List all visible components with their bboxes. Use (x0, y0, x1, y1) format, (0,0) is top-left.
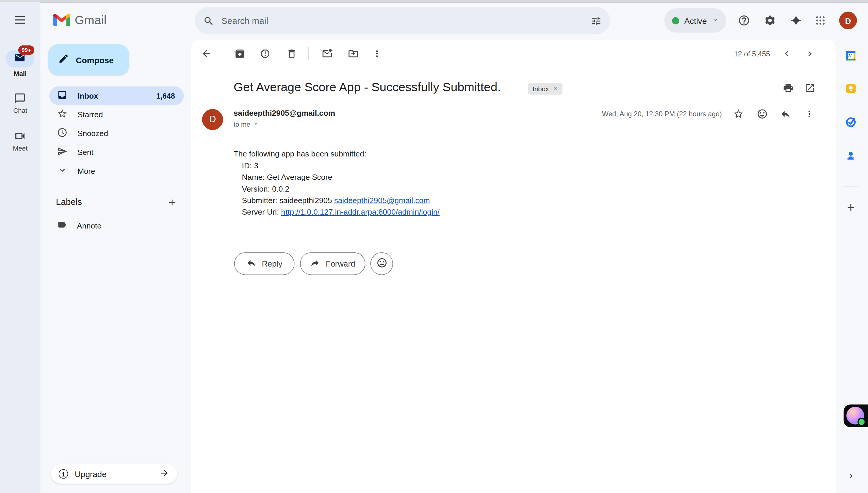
tasks-panel-button[interactable] (840, 111, 862, 133)
search-button[interactable] (198, 10, 219, 31)
email-body: The following app has been submitted: ID… (234, 148, 440, 218)
gear-icon (764, 15, 776, 26)
get-addons-button[interactable] (840, 196, 862, 218)
newer-email-button[interactable] (776, 43, 798, 65)
delete-button[interactable] (280, 43, 303, 65)
reply-button[interactable]: Reply (234, 252, 294, 275)
search-input[interactable] (219, 16, 586, 26)
tune-icon (591, 15, 601, 26)
svg-text:31: 31 (848, 53, 853, 58)
sidebar-item-inbox[interactable]: Inbox 1,648 (49, 86, 184, 105)
clock-icon (57, 127, 68, 140)
arrow-right-icon (160, 468, 170, 480)
contacts-panel-button[interactable] (840, 144, 862, 167)
search-icon (203, 15, 214, 26)
sidebar-item-label: Sent (77, 148, 93, 156)
older-email-button[interactable] (799, 43, 821, 65)
sender-email[interactable]: saideepthi2905@gmail.com (234, 108, 335, 117)
rail-item-meet[interactable] (9, 125, 31, 147)
caret-down-icon (253, 121, 259, 128)
inbox-label-chip[interactable]: Inbox (528, 83, 563, 94)
help-button[interactable] (733, 9, 755, 31)
print-button[interactable] (777, 77, 800, 99)
submitter-email-link[interactable]: saideepthi2905@gmail.com (334, 196, 430, 205)
extension-assistant-widget[interactable] (844, 404, 868, 427)
browser-edge (0, 0, 868, 3)
chip-remove-icon[interactable] (553, 85, 558, 93)
sidebar-item-starred[interactable]: Starred (49, 105, 184, 124)
email-timestamp: Wed, Aug 20, 12:30 PM (22 hours ago) (602, 110, 722, 118)
reply-arrow-icon (780, 108, 791, 119)
contacts-icon (845, 149, 857, 162)
rail-label-chat[interactable]: Chat (0, 107, 40, 114)
inbox-icon (57, 89, 68, 102)
sidebar-item-snoozed[interactable]: Snoozed (49, 124, 184, 143)
recipient-details-toggle[interactable]: to me (234, 121, 258, 128)
rail-item-chat[interactable] (9, 87, 31, 109)
star-icon (57, 108, 68, 121)
archive-button[interactable] (229, 43, 251, 65)
meet-icon (14, 130, 26, 142)
google-apps-button[interactable] (809, 9, 831, 31)
body-field-submitter: Submitter: saideepthi2905 saideepthi2905… (234, 195, 440, 206)
gemini-button[interactable] (785, 9, 807, 31)
forward-label: Forward (326, 259, 355, 268)
chevron-right-icon (846, 471, 856, 481)
body-field-version: Version: 0.0.2 (234, 183, 440, 195)
main-menu-button[interactable] (9, 9, 31, 31)
toolbar-divider (308, 47, 309, 60)
settings-button[interactable] (759, 9, 781, 31)
keep-panel-button[interactable] (840, 77, 862, 100)
chevron-left-icon (782, 49, 792, 59)
message-more-button[interactable] (798, 103, 821, 125)
sidebar-item-label: Starred (77, 110, 103, 119)
arrow-back-icon (201, 48, 212, 59)
back-button[interactable] (195, 43, 218, 65)
report-spam-button[interactable] (254, 43, 276, 65)
emoji-reaction-button[interactable] (751, 103, 774, 125)
app-name: Gmail (75, 13, 107, 28)
status-label: Active (684, 16, 707, 25)
chevron-right-icon (805, 49, 815, 59)
send-icon (57, 146, 68, 158)
rail-label-mail[interactable]: Mail (0, 70, 40, 77)
keep-icon (845, 82, 857, 94)
mark-unread-button[interactable] (316, 43, 338, 65)
status-selector[interactable]: Active (664, 8, 726, 33)
compose-button[interactable]: Compose (48, 44, 129, 75)
mark-unread-icon (322, 48, 333, 59)
reply-icon-button[interactable] (775, 103, 797, 125)
add-reaction-button[interactable] (371, 252, 393, 275)
more-actions-button[interactable] (366, 43, 388, 65)
calendar-panel-button[interactable]: 31 (840, 45, 862, 67)
active-status-dot (672, 17, 679, 24)
gmail-m-icon (53, 13, 70, 28)
plus-icon (845, 202, 856, 213)
open-in-new-button[interactable] (799, 77, 821, 99)
server-url-link[interactable]: http://1.0.0.127.in-addr.arpa:8000/admin… (281, 208, 440, 216)
sidebar-item-label: More (77, 167, 95, 175)
create-label-button[interactable] (162, 192, 182, 212)
open-in-new-icon (804, 82, 815, 93)
search-bar (195, 7, 610, 34)
forward-button[interactable]: Forward (300, 252, 365, 275)
plus-icon (167, 197, 177, 208)
upgrade-button[interactable]: 1 Upgrade (51, 464, 177, 484)
sidebar-item-sent[interactable]: Sent (49, 143, 184, 162)
sender-avatar[interactable]: D (202, 109, 223, 130)
show-side-panel-button[interactable] (840, 465, 862, 487)
sidebar-label-annote[interactable]: Annote (49, 216, 184, 235)
star-message-button[interactable] (727, 103, 749, 125)
archive-icon (234, 48, 245, 59)
mail-unread-badge: 99+ (18, 45, 34, 55)
sidebar-item-more[interactable]: More (49, 162, 184, 180)
profile-avatar[interactable]: D (839, 12, 857, 29)
rail-label-meet[interactable]: Meet (0, 144, 40, 152)
upgrade-label: Upgrade (75, 469, 153, 478)
reply-arrow-icon (246, 258, 256, 269)
inbox-count: 1,648 (156, 91, 175, 100)
emoji-icon (376, 257, 387, 271)
move-to-button[interactable] (342, 43, 364, 65)
emoji-icon (757, 108, 767, 119)
search-options-button[interactable] (586, 10, 607, 31)
